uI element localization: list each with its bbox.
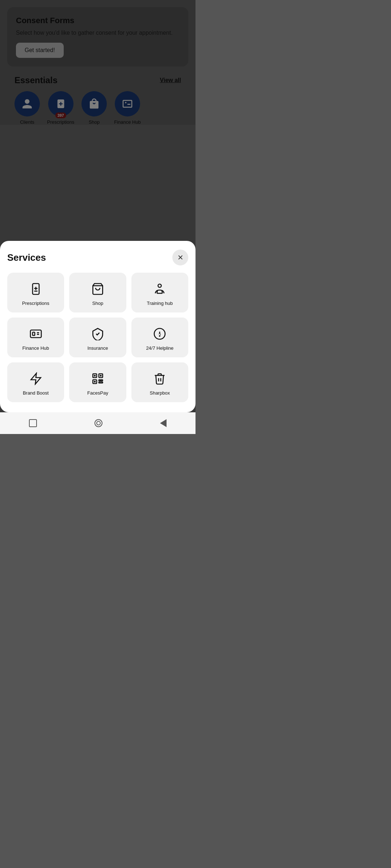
sharpbox-svg-icon <box>153 372 166 385</box>
service-item-insurance[interactable]: Insurance <box>69 318 126 357</box>
close-sheet-button[interactable]: ✕ <box>172 250 188 265</box>
insurance-service-label: Insurance <box>87 345 108 351</box>
svg-rect-17 <box>94 375 96 376</box>
svg-rect-7 <box>30 330 41 337</box>
helpline-service-label: 24/7 Helpline <box>146 345 173 351</box>
service-item-prescriptions[interactable]: Prescriptions <box>7 273 64 312</box>
service-item-training[interactable]: Training hub <box>131 273 188 312</box>
insurance-svg-icon <box>91 327 104 340</box>
insurance-service-icon <box>90 326 106 342</box>
nav-home-button[interactable] <box>94 419 102 427</box>
services-sheet: Services ✕ Prescriptions <box>0 241 196 412</box>
nav-back-button[interactable] <box>160 419 167 427</box>
sheet-title: Services <box>7 252 46 263</box>
training-svg-icon <box>153 282 166 295</box>
service-item-sharpbox[interactable]: Sharpbox <box>131 362 188 402</box>
facespay-service-label: FacesPay <box>87 390 108 396</box>
brand-boost-svg-icon <box>29 372 42 385</box>
prescriptions-service-label: Prescriptions <box>22 301 49 306</box>
svg-rect-21 <box>101 380 103 381</box>
prescription-service-icon <box>28 281 44 297</box>
finance-hub-service-label: Finance Hub <box>22 345 49 351</box>
service-item-facespay[interactable]: FacesPay <box>69 362 126 402</box>
finance-hub-service-icon <box>28 326 44 342</box>
recent-icon <box>29 419 37 427</box>
service-item-finance-hub[interactable]: Finance Hub <box>7 318 64 357</box>
shop-svg-icon <box>91 282 104 295</box>
sheet-header: Services ✕ <box>7 250 188 265</box>
shop-service-icon <box>90 281 106 297</box>
svg-rect-18 <box>100 375 102 376</box>
svg-rect-19 <box>94 381 96 383</box>
training-service-icon <box>152 281 168 297</box>
helpline-svg-icon: ? <box>153 327 166 340</box>
facespay-service-icon <box>90 371 106 387</box>
close-icon: ✕ <box>177 253 184 262</box>
training-service-label: Training hub <box>147 301 173 306</box>
nav-recent-button[interactable] <box>29 419 37 427</box>
facespay-svg-icon <box>91 372 104 385</box>
svg-rect-8 <box>33 332 35 335</box>
svg-rect-22 <box>99 382 103 383</box>
service-item-brand-boost[interactable]: Brand Boost <box>7 362 64 402</box>
services-grid: Prescriptions Shop <box>7 273 188 402</box>
helpline-service-icon: ? <box>152 326 168 342</box>
service-item-shop[interactable]: Shop <box>69 273 126 312</box>
brand-boost-service-icon <box>28 371 44 387</box>
service-item-helpline[interactable]: ? 24/7 Helpline <box>131 318 188 357</box>
prescription-svg-icon <box>29 282 42 295</box>
sharpbox-service-label: Sharpbox <box>150 390 170 396</box>
brand-boost-service-label: Brand Boost <box>23 390 49 396</box>
android-nav-bar <box>0 412 196 434</box>
finance-hub-svg-icon <box>29 327 42 340</box>
svg-rect-20 <box>99 380 101 381</box>
svg-text:?: ? <box>159 332 161 337</box>
shop-service-label: Shop <box>92 301 103 306</box>
sharpbox-service-icon <box>152 371 168 387</box>
svg-point-5 <box>158 284 161 287</box>
back-icon <box>160 419 167 427</box>
home-icon <box>94 419 102 427</box>
